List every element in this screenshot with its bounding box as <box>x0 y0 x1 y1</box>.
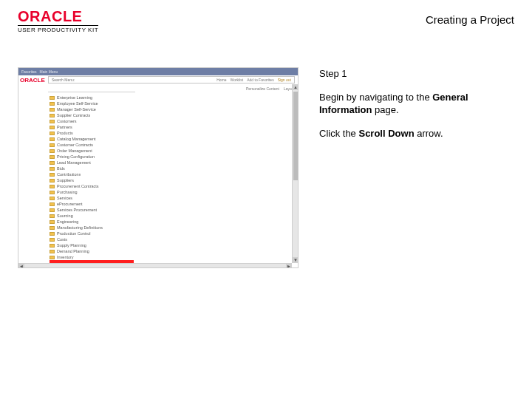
bold-text: Scroll Down <box>358 128 414 139</box>
nav-tree-item[interactable]: Products <box>50 130 135 136</box>
nav-tree-item[interactable]: Demand Planning <box>50 248 135 254</box>
nav-tree-item-label: Purchasing <box>57 190 78 194</box>
nav-tree-item[interactable]: Costs <box>50 236 135 242</box>
shot-search-label: Search Menu: <box>52 78 75 82</box>
nav-tree-item-label: Sourcing <box>57 214 73 218</box>
nav-tree-item[interactable]: Procurement Contracts <box>50 183 135 189</box>
nav-tree-item[interactable]: Supplier Contracts <box>50 112 135 118</box>
shot-topbar-item: Main Menu <box>40 69 58 74</box>
folder-icon <box>50 232 55 236</box>
nav-tree-item-label: Suppliers <box>57 178 74 183</box>
folder-icon <box>50 132 55 135</box>
folder-icon <box>50 250 55 253</box>
folder-icon <box>50 96 55 100</box>
nav-tree-item-label: Products <box>57 131 73 135</box>
nav-tree-item-label: Catalog Management <box>57 137 96 141</box>
shot-link-signout[interactable]: Sign out <box>278 78 291 82</box>
nav-tree-item[interactable]: Customer Contracts <box>50 142 135 148</box>
nav-tree-item[interactable]: eProcurement <box>50 201 135 207</box>
nav-tree-item-label: Bids <box>57 166 65 171</box>
nav-tree-item[interactable]: Enterprise Learning <box>50 95 135 100</box>
nav-tree-item-label: Pricing Configuration <box>57 154 95 159</box>
folder-icon <box>50 155 55 159</box>
nav-tree-item-label: Manufacturing Definitions <box>57 225 103 230</box>
nav-tree-item-label: Order Management <box>57 149 92 153</box>
shot-personalize[interactable]: Personalize Content <box>246 86 279 91</box>
nav-tree-item-label: Employee Self-Service <box>57 101 98 106</box>
nav-tree-item[interactable]: Catalog Management <box>50 136 135 142</box>
oracle-logo: ORACLE <box>18 9 98 24</box>
nav-tree-item[interactable]: Partners <box>50 124 135 130</box>
folder-icon <box>50 114 55 117</box>
nav-tree-item-label: Inventory <box>57 255 74 259</box>
nav-tree-item-label: Production Control <box>57 231 91 236</box>
folder-icon <box>50 179 55 183</box>
nav-tree-item[interactable]: Supply Planning <box>50 242 135 248</box>
nav-tree-item[interactable]: Lead Management <box>50 160 135 166</box>
brand-subtitle: USER PRODUCTIVITY KIT <box>18 25 98 33</box>
nav-tree-item[interactable]: Purchasing <box>50 189 135 195</box>
folder-icon <box>50 102 55 106</box>
folder-icon <box>50 238 55 242</box>
folder-icon <box>50 167 55 171</box>
shot-nav-tree: Enterprise LearningEmployee Self-Service… <box>50 95 135 268</box>
text: Click the <box>319 128 358 139</box>
folder-icon <box>50 191 55 194</box>
folder-icon <box>50 126 55 129</box>
shot-window-titlebar: Favorites Main Menu <box>18 68 298 75</box>
shot-row2: Personalize Content Layout <box>48 86 295 92</box>
nav-tree-item[interactable]: Contributions <box>50 171 135 177</box>
folder-icon <box>50 256 55 259</box>
nav-tree-item[interactable]: Inventory <box>50 254 135 260</box>
folder-icon <box>50 220 55 224</box>
folder-icon <box>50 226 55 230</box>
nav-tree-item[interactable]: Sourcing <box>50 213 135 219</box>
text: page. <box>372 104 399 115</box>
nav-tree-item[interactable]: Engineering <box>50 219 135 225</box>
nav-tree-item[interactable]: Production Control <box>50 231 135 236</box>
hscroll-left-arrow-icon[interactable]: ◀ <box>18 264 24 268</box>
shot-vertical-scrollbar: ▲ ▼ <box>292 84 298 263</box>
scroll-up-arrow-icon[interactable]: ▲ <box>293 84 299 90</box>
shot-topbar-item: Favorites <box>21 69 37 74</box>
folder-icon <box>50 137 55 141</box>
nav-tree-item-label: Customers <box>57 119 77 123</box>
folder-icon <box>50 185 55 188</box>
nav-tree-item-label: Customer Contracts <box>57 143 93 147</box>
nav-tree-item-label: Contributions <box>57 172 81 177</box>
nav-tree-item[interactable]: Pricing Configuration <box>50 154 135 160</box>
hscroll-right-arrow-icon[interactable]: ▶ <box>286 264 292 268</box>
nav-tree-item[interactable]: Customers <box>50 118 135 124</box>
shot-horizontal-scrollbar: ◀ ▶ <box>18 263 292 267</box>
folder-icon <box>50 143 55 147</box>
scroll-thumb[interactable] <box>293 92 298 180</box>
folder-icon <box>50 208 55 212</box>
nav-tree-item[interactable]: Manufacturing Definitions <box>50 225 135 231</box>
nav-tree-item-label: eProcurement <box>57 202 83 206</box>
shot-divider <box>48 92 135 92</box>
shot-link-fav[interactable]: Add to Favorites <box>247 78 273 82</box>
folder-icon <box>50 120 55 123</box>
nav-tree-item[interactable]: Bids <box>50 166 135 171</box>
shot-link-worklist[interactable]: Worklist <box>231 78 244 82</box>
folder-icon <box>50 173 55 177</box>
page-title: Creating a Project <box>426 9 514 26</box>
step-label: Step 1 <box>319 67 514 81</box>
text: arrow. <box>415 128 443 139</box>
nav-tree-item[interactable]: Employee Self-Service <box>50 100 135 106</box>
nav-tree-item[interactable]: Services Procurement <box>50 207 135 213</box>
instruction-line-1: Begin by navigating to the General Infor… <box>319 91 514 117</box>
shot-content-area <box>137 93 290 262</box>
nav-tree-item-label: Services <box>57 196 72 200</box>
nav-tree-item-label: Enterprise Learning <box>57 95 92 100</box>
nav-tree-item[interactable]: Suppliers <box>50 177 135 183</box>
shot-link-home[interactable]: Home <box>216 78 226 82</box>
nav-tree-item[interactable]: Order Management <box>50 148 135 154</box>
text: Begin by navigating to the <box>319 92 432 103</box>
nav-tree-item-label: Costs <box>57 237 67 242</box>
nav-tree-item[interactable]: Manager Self-Service <box>50 106 135 112</box>
folder-icon <box>50 149 55 153</box>
nav-tree-item[interactable]: Services <box>50 195 135 201</box>
scroll-down-arrow-icon[interactable]: ▼ <box>293 257 299 263</box>
instruction-panel: Step 1 Begin by navigating to the Genera… <box>319 67 514 268</box>
